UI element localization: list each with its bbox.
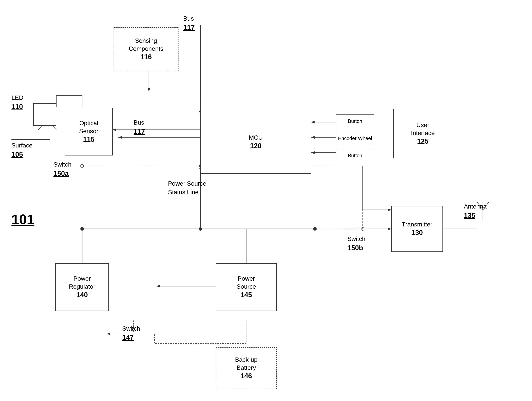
power-regulator-box: Power Regulator 140 [55, 263, 109, 311]
optical-sensor-box: Optical Sensor 115 [65, 108, 113, 156]
svg-marker-6 [113, 128, 116, 131]
button-bot-box: Button [336, 149, 374, 162]
connection-lines [0, 0, 532, 401]
surface-line [12, 139, 50, 140]
svg-point-29 [361, 227, 364, 231]
sensing-components-box: Sensing Components 116 [114, 27, 178, 71]
led-label: LED 110 [12, 94, 23, 112]
bus-mid-label: Bus 117 [134, 118, 145, 136]
svg-point-21 [80, 227, 84, 231]
power-source-box: Power Source 145 [216, 263, 277, 311]
svg-point-16 [81, 164, 84, 168]
svg-point-23 [313, 227, 317, 231]
diagram: 101 LED 110 Surface 105 Sensing Componen… [0, 0, 532, 401]
svg-line-58 [483, 202, 489, 210]
button-top-box: Button [336, 114, 374, 128]
svg-point-22 [199, 227, 202, 231]
svg-marker-8 [118, 136, 122, 139]
svg-marker-38 [311, 151, 315, 154]
transmitter-box: Transmitter 130 [391, 206, 443, 252]
antenna-symbol [475, 198, 491, 221]
led-symbol [33, 103, 56, 126]
switch-147-label: Switch 147 [122, 324, 140, 342]
svg-marker-1 [148, 88, 150, 92]
svg-line-56 [477, 202, 483, 210]
backup-battery-box: Back-up Battery 146 [216, 347, 277, 389]
switch-150a-label: Switch 150a [53, 160, 71, 178]
svg-marker-31 [388, 228, 391, 230]
svg-marker-54 [388, 208, 391, 211]
user-interface-box: User Interface 125 [393, 109, 452, 158]
bus-top-label: Bus 117 [183, 14, 195, 32]
mcu-box: MCU 120 [200, 111, 311, 174]
power-source-status-label: Power Source Status Line [168, 179, 206, 196]
svg-marker-36 [311, 136, 315, 139]
switch-150b-label: Switch 150b [348, 235, 365, 253]
svg-marker-43 [157, 285, 160, 288]
device-id-label: 101 [12, 210, 34, 229]
encoder-wheel-box: Encoder Wheel [336, 132, 374, 145]
surface-label: Surface 105 [12, 141, 32, 159]
svg-marker-48 [107, 332, 110, 335]
svg-marker-34 [311, 121, 315, 123]
